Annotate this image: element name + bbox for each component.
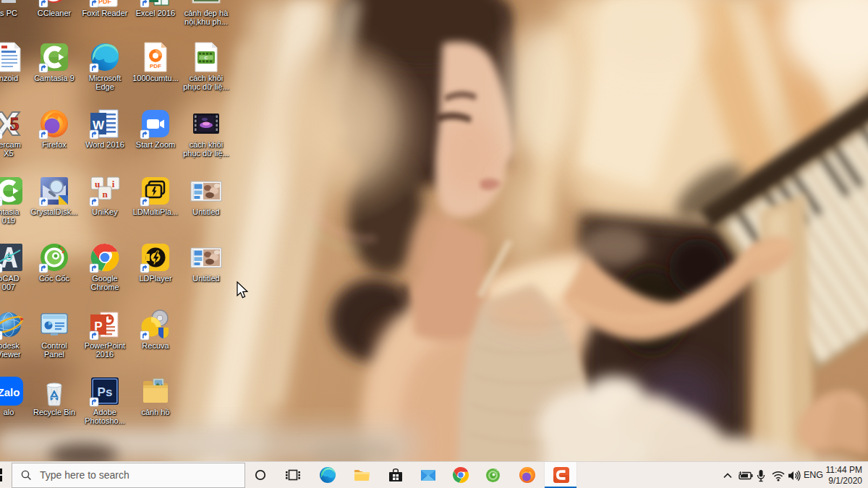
svg-text:n: n [102,189,108,200]
svg-text:PDF: PDF [150,63,161,69]
svg-text:u: u [95,179,100,189]
svg-text:i: i [112,179,115,189]
svg-text:C: C [205,56,208,60]
svg-text:Ps: Ps [98,385,113,399]
svg-text:5: 5 [10,114,20,134]
svg-text:Zalo: Zalo [0,386,20,398]
svg-text:PDF: PDF [98,0,112,5]
